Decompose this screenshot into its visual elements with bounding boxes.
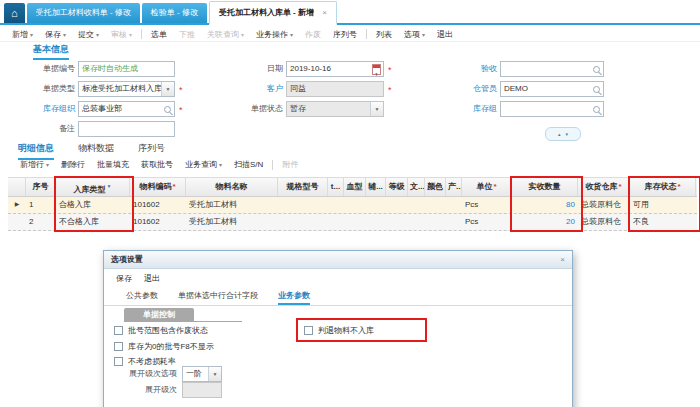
business-operation-button[interactable]: 业务操作▾ xyxy=(250,29,299,40)
col-material-code[interactable]: 物料编码* xyxy=(130,178,186,196)
col-blood-type[interactable]: 血型 xyxy=(344,178,366,196)
cell-received-qty[interactable]: 20 xyxy=(512,214,578,230)
cell-received-qty[interactable]: 80 xyxy=(512,197,578,213)
cell-warehouse[interactable]: 总装原料仓 xyxy=(578,214,630,230)
dropdown-icon[interactable]: ▼ xyxy=(208,367,221,381)
collapse-expand-control[interactable]: ▴ ▾ xyxy=(545,127,581,141)
dialog-exit-button[interactable]: 退出 xyxy=(138,273,166,284)
col-material-name[interactable]: 物料名称 xyxy=(186,178,278,196)
col-spec[interactable]: 规格型号 xyxy=(278,178,328,196)
acceptance-label[interactable]: 验收 xyxy=(450,61,497,77)
tab-detail-info[interactable]: 明细信息 xyxy=(18,142,54,160)
checkbox-ignore-loss-rate[interactable] xyxy=(114,357,123,366)
chevron-down-icon: ▾ xyxy=(129,32,132,38)
col-aux[interactable]: 辅... xyxy=(366,178,386,196)
dialog-save-button[interactable]: 保存 xyxy=(110,273,138,284)
col-received-qty[interactable]: 实收数量 xyxy=(512,178,578,196)
stock-group-label[interactable]: 库存组 xyxy=(450,101,497,117)
date-field[interactable]: 2019-10-16 xyxy=(286,61,384,77)
storekeeper-label[interactable]: 仓管员 xyxy=(450,81,497,97)
cell-stock-status[interactable]: 不良 xyxy=(630,214,696,230)
required-asterisk: * xyxy=(677,182,680,191)
search-icon[interactable] xyxy=(593,106,600,113)
tab-material-data[interactable]: 物料数据 xyxy=(78,142,114,160)
tab-inbound-order[interactable]: 受托加工材料入库单 - 新增 × xyxy=(209,1,337,25)
checkbox-zero-stock-batch-hide[interactable] xyxy=(114,342,123,351)
stock-org-field[interactable]: 总装事业部 xyxy=(78,101,175,117)
expand-level-option-select[interactable]: 一阶 ▼ xyxy=(182,366,222,382)
tab-public-params[interactable]: 公共参数 xyxy=(126,289,158,305)
cell-material-code[interactable]: 101602 xyxy=(130,214,186,230)
get-batch-no-button[interactable]: 获取批号 xyxy=(135,159,179,170)
serial-number-button[interactable]: 序列号 xyxy=(327,29,363,40)
col-warehouse[interactable]: 收货仓库* xyxy=(578,178,630,196)
chevron-up-icon[interactable]: ▴ xyxy=(558,131,561,137)
stock-group-field[interactable] xyxy=(500,101,604,117)
batch-fill-button[interactable]: 批量填充 xyxy=(91,159,135,170)
list-button[interactable]: 列表 xyxy=(370,29,398,40)
exit-button[interactable]: 退出 xyxy=(431,29,459,40)
col-t[interactable]: t... xyxy=(328,178,344,196)
checkbox-label[interactable]: 判退物料不入库 xyxy=(318,325,374,336)
col-prod[interactable]: 产... xyxy=(446,178,462,196)
remark-field[interactable] xyxy=(78,121,175,137)
tab-selected-row-total-fields[interactable]: 单据体选中行合计字段 xyxy=(178,289,258,305)
scan-sn-button[interactable]: 扫描S/N xyxy=(228,159,269,170)
cell-unit[interactable]: Pcs xyxy=(462,197,512,213)
col-grade[interactable]: 等级 xyxy=(386,178,408,196)
submit-button[interactable]: 提交▾ xyxy=(72,29,105,40)
bill-type-select[interactable]: 标准受托加工材料入库单 ▼ xyxy=(78,81,175,97)
new-button[interactable]: 新增▾ xyxy=(6,29,39,40)
save-button[interactable]: 保存▾ xyxy=(39,29,72,40)
cell-material-name[interactable]: 受托加工材料 xyxy=(186,197,278,213)
search-icon[interactable] xyxy=(593,66,600,73)
checkbox-label[interactable]: 库存为0的批号F8不显示 xyxy=(128,341,214,352)
cell-inbound-type[interactable]: 不合格入库 xyxy=(56,214,130,230)
select-bill-button[interactable]: 选单 xyxy=(145,29,173,40)
cell-spec[interactable] xyxy=(278,197,328,213)
cell-inbound-type[interactable]: 合格入库 xyxy=(56,197,130,213)
cell-seq[interactable]: 2 xyxy=(26,214,56,230)
cell-unit[interactable]: Pcs xyxy=(462,214,512,230)
void-button: 作废 xyxy=(299,29,327,40)
customer-label[interactable]: 客户 xyxy=(240,81,283,97)
col-unit[interactable]: 单位* xyxy=(462,178,512,196)
detail-table: 序号 入库类型▼ 物料编码* 物料名称 规格型号 t... 血型 辅... 等级… xyxy=(8,177,697,231)
tab-receipt-order[interactable]: 受托加工材料收料单 - 修改 xyxy=(27,3,140,23)
close-icon[interactable]: × xyxy=(322,8,327,17)
col-color[interactable]: 颜色 xyxy=(425,178,446,196)
options-button[interactable]: 选项▾ xyxy=(398,29,431,40)
col-inbound-type[interactable]: 入库类型▼ xyxy=(56,178,130,196)
add-row-button[interactable]: 新增行▾ xyxy=(14,159,55,170)
cell-spec[interactable] xyxy=(278,214,328,230)
close-icon[interactable]: × xyxy=(560,251,565,268)
stock-org-label[interactable]: 库存组织 xyxy=(20,101,75,117)
cell-warehouse[interactable]: 总装原料仓 xyxy=(578,197,630,213)
cell-material-code[interactable]: 101602 xyxy=(130,197,186,213)
acceptance-field[interactable] xyxy=(500,61,604,77)
search-icon[interactable] xyxy=(593,86,600,93)
home-tab[interactable]: ⌂ xyxy=(4,3,25,23)
tab-business-params[interactable]: 业务参数 xyxy=(278,289,310,305)
cell-stock-status[interactable]: 可用 xyxy=(630,197,696,213)
checkbox-label[interactable]: 批号范围包含作废状态 xyxy=(128,325,208,336)
col-stock-status[interactable]: 库存状态* xyxy=(630,178,696,196)
chevron-down-icon[interactable]: ▾ xyxy=(566,131,569,137)
search-icon[interactable] xyxy=(164,106,171,113)
checkbox-batch-range-include-void[interactable] xyxy=(114,326,123,335)
col-seq[interactable]: 序号 xyxy=(26,178,56,196)
cell-material-name[interactable]: 受托加工材料 xyxy=(186,214,278,230)
storekeeper-field[interactable]: DEMO xyxy=(500,81,604,97)
delete-row-button[interactable]: 删除行 xyxy=(55,159,91,170)
checkbox-rejected-material-no-inbound[interactable] xyxy=(304,326,313,335)
calendar-icon[interactable] xyxy=(372,64,381,75)
tab-inspection-order[interactable]: 检验单 - 修改 xyxy=(142,3,207,23)
required-asterisk: * xyxy=(179,81,183,97)
business-query-button[interactable]: 业务查询▾ xyxy=(179,159,228,170)
bill-no-field[interactable]: 保存时自动生成 xyxy=(78,61,175,77)
col-text[interactable]: 文... xyxy=(408,178,425,196)
tab-label: 受托加工材料收料单 - 修改 xyxy=(36,8,131,17)
cell-seq[interactable]: 1 xyxy=(26,197,56,213)
tab-serial-number[interactable]: 序列号 xyxy=(138,142,165,160)
dropdown-icon[interactable]: ▼ xyxy=(161,82,174,96)
